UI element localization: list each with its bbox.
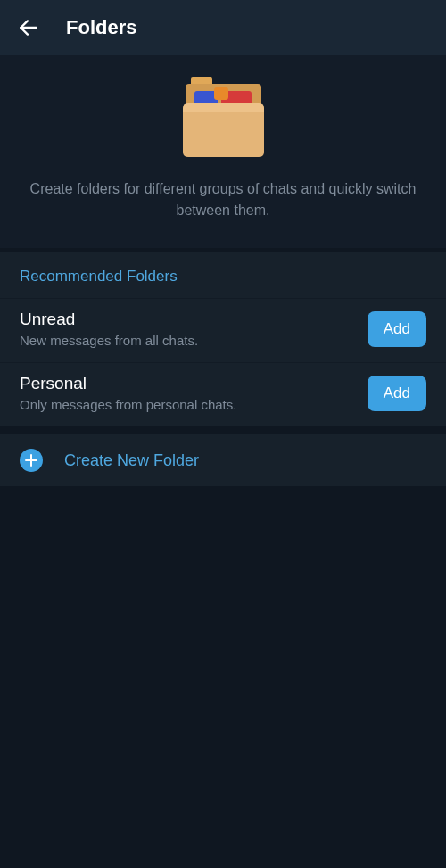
add-button-personal[interactable]: Add bbox=[368, 376, 426, 411]
arrow-left-icon bbox=[17, 16, 40, 39]
svg-rect-4 bbox=[214, 87, 228, 100]
item-title: Personal bbox=[20, 374, 368, 393]
back-button[interactable] bbox=[7, 6, 50, 49]
header: Folders bbox=[0, 0, 446, 55]
item-text: Unread New messages from all chats. bbox=[20, 310, 368, 348]
create-new-folder-label: Create New Folder bbox=[64, 451, 199, 470]
recommended-item-personal: Personal Only messages from personal cha… bbox=[0, 362, 446, 426]
create-new-folder[interactable]: Create New Folder bbox=[0, 434, 446, 486]
recommended-section: Recommended Folders Unread New messages … bbox=[0, 252, 446, 426]
folder-illustration bbox=[177, 77, 270, 159]
item-subtitle: Only messages from personal chats. bbox=[20, 397, 368, 412]
plus-icon bbox=[20, 449, 43, 472]
intro-section: Create folders for different groups of c… bbox=[0, 55, 446, 248]
recommended-item-unread: Unread New messages from all chats. Add bbox=[0, 298, 446, 362]
page-title: Folders bbox=[66, 16, 136, 39]
recommended-title: Recommended Folders bbox=[0, 252, 446, 298]
item-title: Unread bbox=[20, 310, 368, 329]
intro-text: Create folders for different groups of c… bbox=[27, 178, 419, 221]
item-subtitle: New messages from all chats. bbox=[20, 333, 368, 348]
item-text: Personal Only messages from personal cha… bbox=[20, 374, 368, 412]
add-button-unread[interactable]: Add bbox=[368, 311, 426, 347]
